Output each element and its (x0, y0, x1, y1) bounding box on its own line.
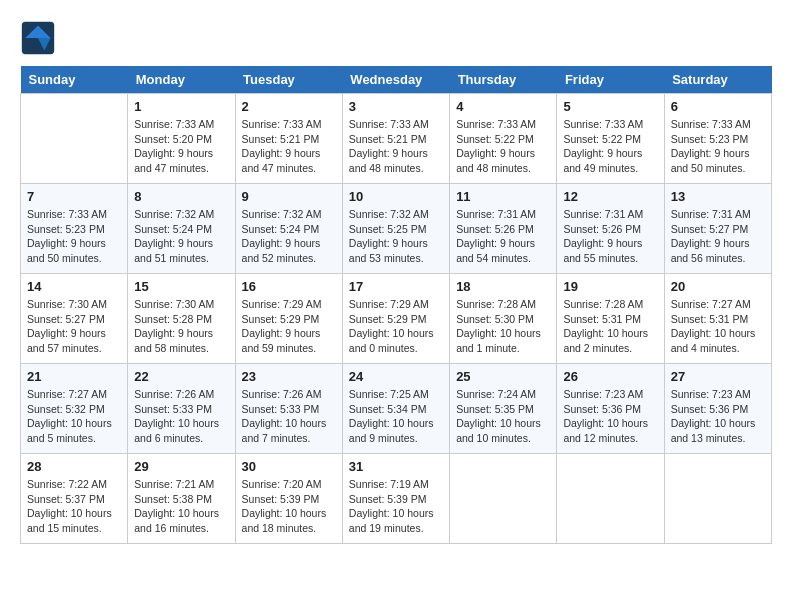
logo-icon (20, 20, 56, 56)
calendar-week-row: 28Sunrise: 7:22 AM Sunset: 5:37 PM Dayli… (21, 454, 772, 544)
weekday-header-wednesday: Wednesday (342, 66, 449, 94)
weekday-header-friday: Friday (557, 66, 664, 94)
weekday-header-saturday: Saturday (664, 66, 771, 94)
calendar-cell (450, 454, 557, 544)
day-number: 30 (242, 459, 336, 474)
day-info: Sunrise: 7:31 AM Sunset: 5:26 PM Dayligh… (456, 207, 550, 266)
calendar-cell: 25Sunrise: 7:24 AM Sunset: 5:35 PM Dayli… (450, 364, 557, 454)
calendar-cell (664, 454, 771, 544)
calendar-cell: 17Sunrise: 7:29 AM Sunset: 5:29 PM Dayli… (342, 274, 449, 364)
day-number: 29 (134, 459, 228, 474)
calendar-cell: 3Sunrise: 7:33 AM Sunset: 5:21 PM Daylig… (342, 94, 449, 184)
day-info: Sunrise: 7:33 AM Sunset: 5:21 PM Dayligh… (349, 117, 443, 176)
calendar-cell: 26Sunrise: 7:23 AM Sunset: 5:36 PM Dayli… (557, 364, 664, 454)
calendar-cell: 18Sunrise: 7:28 AM Sunset: 5:30 PM Dayli… (450, 274, 557, 364)
day-number: 9 (242, 189, 336, 204)
day-number: 7 (27, 189, 121, 204)
calendar-cell: 2Sunrise: 7:33 AM Sunset: 5:21 PM Daylig… (235, 94, 342, 184)
calendar-cell: 10Sunrise: 7:32 AM Sunset: 5:25 PM Dayli… (342, 184, 449, 274)
day-info: Sunrise: 7:28 AM Sunset: 5:30 PM Dayligh… (456, 297, 550, 356)
day-info: Sunrise: 7:23 AM Sunset: 5:36 PM Dayligh… (671, 387, 765, 446)
day-number: 26 (563, 369, 657, 384)
day-info: Sunrise: 7:33 AM Sunset: 5:23 PM Dayligh… (27, 207, 121, 266)
calendar-cell: 28Sunrise: 7:22 AM Sunset: 5:37 PM Dayli… (21, 454, 128, 544)
day-info: Sunrise: 7:25 AM Sunset: 5:34 PM Dayligh… (349, 387, 443, 446)
day-number: 31 (349, 459, 443, 474)
day-info: Sunrise: 7:33 AM Sunset: 5:20 PM Dayligh… (134, 117, 228, 176)
weekday-header-tuesday: Tuesday (235, 66, 342, 94)
calendar-body: 1Sunrise: 7:33 AM Sunset: 5:20 PM Daylig… (21, 94, 772, 544)
calendar-cell: 1Sunrise: 7:33 AM Sunset: 5:20 PM Daylig… (128, 94, 235, 184)
day-info: Sunrise: 7:30 AM Sunset: 5:28 PM Dayligh… (134, 297, 228, 356)
day-number: 17 (349, 279, 443, 294)
calendar-cell: 9Sunrise: 7:32 AM Sunset: 5:24 PM Daylig… (235, 184, 342, 274)
weekday-header-monday: Monday (128, 66, 235, 94)
day-number: 20 (671, 279, 765, 294)
calendar-cell: 16Sunrise: 7:29 AM Sunset: 5:29 PM Dayli… (235, 274, 342, 364)
day-info: Sunrise: 7:26 AM Sunset: 5:33 PM Dayligh… (242, 387, 336, 446)
calendar-cell: 24Sunrise: 7:25 AM Sunset: 5:34 PM Dayli… (342, 364, 449, 454)
calendar-cell: 19Sunrise: 7:28 AM Sunset: 5:31 PM Dayli… (557, 274, 664, 364)
day-number: 18 (456, 279, 550, 294)
day-number: 12 (563, 189, 657, 204)
calendar-cell: 20Sunrise: 7:27 AM Sunset: 5:31 PM Dayli… (664, 274, 771, 364)
day-info: Sunrise: 7:24 AM Sunset: 5:35 PM Dayligh… (456, 387, 550, 446)
day-number: 13 (671, 189, 765, 204)
day-info: Sunrise: 7:33 AM Sunset: 5:21 PM Dayligh… (242, 117, 336, 176)
day-number: 15 (134, 279, 228, 294)
calendar-cell (21, 94, 128, 184)
calendar-cell: 5Sunrise: 7:33 AM Sunset: 5:22 PM Daylig… (557, 94, 664, 184)
day-number: 25 (456, 369, 550, 384)
calendar-week-row: 1Sunrise: 7:33 AM Sunset: 5:20 PM Daylig… (21, 94, 772, 184)
weekday-header-row: SundayMondayTuesdayWednesdayThursdayFrid… (21, 66, 772, 94)
day-info: Sunrise: 7:22 AM Sunset: 5:37 PM Dayligh… (27, 477, 121, 536)
day-info: Sunrise: 7:31 AM Sunset: 5:26 PM Dayligh… (563, 207, 657, 266)
day-number: 27 (671, 369, 765, 384)
day-number: 2 (242, 99, 336, 114)
day-info: Sunrise: 7:30 AM Sunset: 5:27 PM Dayligh… (27, 297, 121, 356)
day-info: Sunrise: 7:28 AM Sunset: 5:31 PM Dayligh… (563, 297, 657, 356)
day-number: 21 (27, 369, 121, 384)
calendar-cell: 7Sunrise: 7:33 AM Sunset: 5:23 PM Daylig… (21, 184, 128, 274)
day-info: Sunrise: 7:26 AM Sunset: 5:33 PM Dayligh… (134, 387, 228, 446)
day-info: Sunrise: 7:33 AM Sunset: 5:22 PM Dayligh… (456, 117, 550, 176)
day-info: Sunrise: 7:32 AM Sunset: 5:24 PM Dayligh… (134, 207, 228, 266)
day-number: 1 (134, 99, 228, 114)
calendar-cell: 6Sunrise: 7:33 AM Sunset: 5:23 PM Daylig… (664, 94, 771, 184)
day-number: 19 (563, 279, 657, 294)
day-info: Sunrise: 7:33 AM Sunset: 5:23 PM Dayligh… (671, 117, 765, 176)
calendar-cell: 23Sunrise: 7:26 AM Sunset: 5:33 PM Dayli… (235, 364, 342, 454)
calendar-cell: 14Sunrise: 7:30 AM Sunset: 5:27 PM Dayli… (21, 274, 128, 364)
calendar-header: SundayMondayTuesdayWednesdayThursdayFrid… (21, 66, 772, 94)
day-info: Sunrise: 7:29 AM Sunset: 5:29 PM Dayligh… (242, 297, 336, 356)
day-info: Sunrise: 7:33 AM Sunset: 5:22 PM Dayligh… (563, 117, 657, 176)
day-info: Sunrise: 7:19 AM Sunset: 5:39 PM Dayligh… (349, 477, 443, 536)
day-number: 3 (349, 99, 443, 114)
calendar-cell: 27Sunrise: 7:23 AM Sunset: 5:36 PM Dayli… (664, 364, 771, 454)
calendar-cell: 4Sunrise: 7:33 AM Sunset: 5:22 PM Daylig… (450, 94, 557, 184)
calendar-cell: 15Sunrise: 7:30 AM Sunset: 5:28 PM Dayli… (128, 274, 235, 364)
calendar-cell: 30Sunrise: 7:20 AM Sunset: 5:39 PM Dayli… (235, 454, 342, 544)
day-number: 28 (27, 459, 121, 474)
calendar-cell: 21Sunrise: 7:27 AM Sunset: 5:32 PM Dayli… (21, 364, 128, 454)
day-info: Sunrise: 7:27 AM Sunset: 5:31 PM Dayligh… (671, 297, 765, 356)
day-number: 22 (134, 369, 228, 384)
day-info: Sunrise: 7:31 AM Sunset: 5:27 PM Dayligh… (671, 207, 765, 266)
calendar-week-row: 7Sunrise: 7:33 AM Sunset: 5:23 PM Daylig… (21, 184, 772, 274)
logo (20, 20, 60, 56)
calendar-cell: 12Sunrise: 7:31 AM Sunset: 5:26 PM Dayli… (557, 184, 664, 274)
day-number: 24 (349, 369, 443, 384)
day-number: 8 (134, 189, 228, 204)
day-number: 5 (563, 99, 657, 114)
day-number: 6 (671, 99, 765, 114)
calendar-cell: 29Sunrise: 7:21 AM Sunset: 5:38 PM Dayli… (128, 454, 235, 544)
calendar-cell: 11Sunrise: 7:31 AM Sunset: 5:26 PM Dayli… (450, 184, 557, 274)
day-number: 16 (242, 279, 336, 294)
header (20, 20, 772, 56)
calendar-cell (557, 454, 664, 544)
day-number: 10 (349, 189, 443, 204)
calendar-table: SundayMondayTuesdayWednesdayThursdayFrid… (20, 66, 772, 544)
day-info: Sunrise: 7:21 AM Sunset: 5:38 PM Dayligh… (134, 477, 228, 536)
day-info: Sunrise: 7:20 AM Sunset: 5:39 PM Dayligh… (242, 477, 336, 536)
calendar-cell: 31Sunrise: 7:19 AM Sunset: 5:39 PM Dayli… (342, 454, 449, 544)
